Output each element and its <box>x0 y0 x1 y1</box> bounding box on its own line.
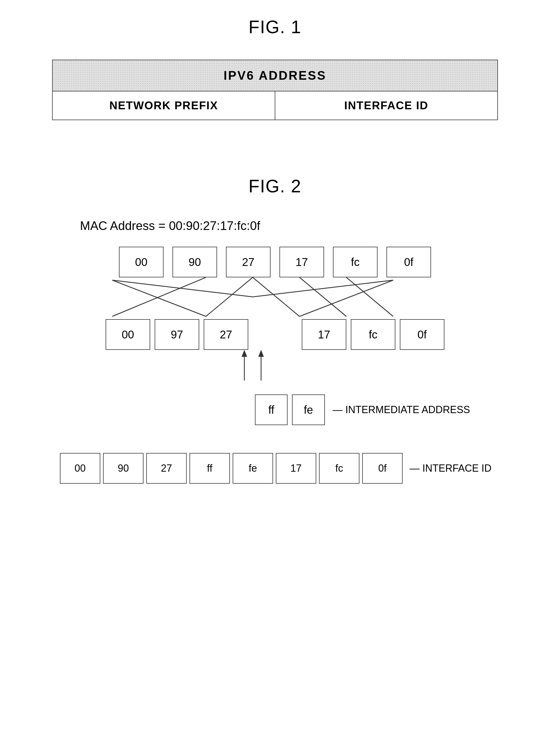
final-box-fe: fe <box>233 453 273 484</box>
final-box-fc: fc <box>319 453 359 484</box>
exp-box-97: 97 <box>155 319 199 350</box>
mac-box-0f: 0f <box>386 247 431 277</box>
svg-line-2 <box>253 277 299 316</box>
exp-box-0f: 0f <box>400 319 444 350</box>
mac-box-90: 90 <box>173 247 217 277</box>
final-box-90: 90 <box>103 453 144 484</box>
final-box-17: 17 <box>276 453 316 484</box>
exp-box-fc: fc <box>351 319 395 350</box>
int-box-fe: fe <box>292 394 324 425</box>
final-box-27: 27 <box>146 453 187 484</box>
final-box-00: 00 <box>60 453 100 484</box>
insert-arrows-svg <box>80 350 470 383</box>
mac-address-label: MAC Address = 00:90:27:17:fc:0f <box>80 219 498 233</box>
int-box-ff: ff <box>255 394 287 425</box>
mac-box-17: 17 <box>279 247 324 277</box>
svg-line-1 <box>206 277 253 316</box>
svg-marker-13 <box>258 350 264 357</box>
ipv6-diagram: IPV6 ADDRESS NETWORK PREFIX INTERFACE ID <box>52 60 498 120</box>
svg-line-3 <box>299 277 346 316</box>
final-box-0f: 0f <box>362 453 403 484</box>
svg-marker-11 <box>242 350 247 357</box>
interface-id-cell: INTERFACE ID <box>275 91 497 120</box>
split-arrows-svg <box>80 277 470 322</box>
final-box-ff: ff <box>190 453 230 484</box>
mac-box-fc: fc <box>333 247 377 277</box>
network-prefix-cell: NETWORK PREFIX <box>53 91 275 120</box>
final-label: — INTERFACE ID <box>409 462 491 474</box>
expanded-row: 00 97 27 17 fc 0f <box>80 319 470 350</box>
ipv6-address-label: IPV6 ADDRESS <box>53 60 497 91</box>
top-mac-row: 00 90 27 17 fc 0f <box>80 247 470 277</box>
fig1-title: FIG. 1 <box>52 17 498 37</box>
intermediate-row: ff fe — INTERMEDIATE ADDRESS <box>80 394 470 425</box>
final-row: 00 90 27 ff fe 17 fc 0f — INTERFACE ID <box>52 453 498 484</box>
exp-box-17: 17 <box>302 319 346 350</box>
mac-box-00: 00 <box>119 247 164 277</box>
fig2-title: FIG. 2 <box>52 176 498 197</box>
mac-box-27: 27 <box>226 247 271 277</box>
exp-box-00: 00 <box>106 319 150 350</box>
intermediate-label: — INTERMEDIATE ADDRESS <box>333 404 470 416</box>
exp-box-27-2: 27 <box>204 319 248 350</box>
